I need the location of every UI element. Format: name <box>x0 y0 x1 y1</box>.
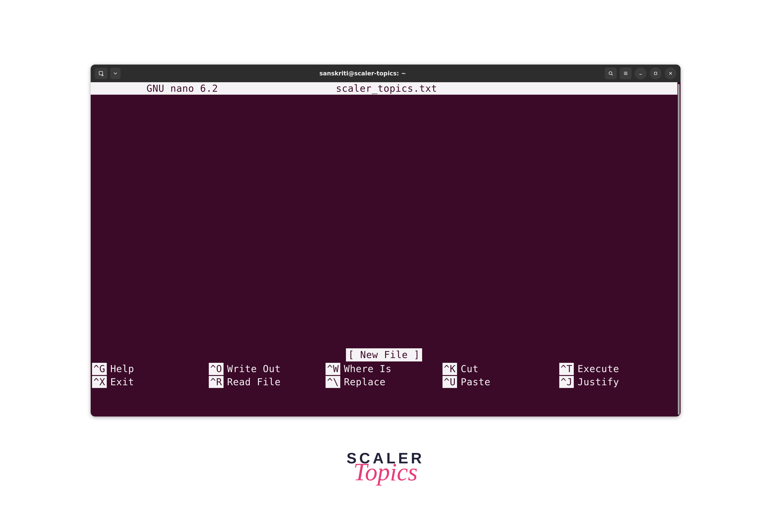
shortcut-help: ^G Help <box>92 363 209 375</box>
nano-edit-area[interactable] <box>91 95 677 348</box>
titlebar-right-group <box>605 67 677 79</box>
window-title: sanskriti@scaler-topics: ~ <box>124 70 602 77</box>
shortcut-key: ^G <box>92 363 107 375</box>
search-button[interactable] <box>605 67 617 79</box>
shortcut-label: Execute <box>577 363 619 375</box>
terminal-window: sanskriti@scaler-topics: ~ GNU nano 6.2 <box>91 65 681 416</box>
shortcut-key: ^J <box>559 376 574 388</box>
shortcut-key: ^O <box>209 363 224 375</box>
shortcut-label: Paste <box>461 376 490 388</box>
shortcut-cut: ^K Cut <box>442 363 559 375</box>
new-tab-icon <box>98 70 104 76</box>
maximize-button[interactable] <box>650 67 662 79</box>
shortcut-key: ^U <box>442 376 457 388</box>
svg-rect-9 <box>655 72 657 75</box>
scaler-topics-watermark: SCALER Topics <box>347 450 424 486</box>
close-button[interactable] <box>665 67 677 79</box>
shortcut-key: ^X <box>92 376 107 388</box>
shortcut-key: ^R <box>209 376 224 388</box>
shortcut-paste: ^U Paste <box>442 376 559 388</box>
chevron-down-icon <box>112 70 118 76</box>
shortcut-label: Read File <box>227 376 281 388</box>
close-icon <box>668 70 674 76</box>
shortcut-where-is: ^W Where Is <box>326 363 442 375</box>
minimize-button[interactable] <box>635 67 647 79</box>
minimize-icon <box>638 70 644 76</box>
shortcut-replace: ^\ Replace <box>326 376 442 388</box>
shortcut-write-out: ^O Write Out <box>209 363 326 375</box>
nano-header: GNU nano 6.2 scaler_topics.txt <box>91 82 677 95</box>
terminal-body[interactable]: GNU nano 6.2 scaler_topics.txt [ New Fil… <box>91 82 681 416</box>
titlebar: sanskriti@scaler-topics: ~ <box>91 65 681 82</box>
shortcut-label: Exit <box>110 376 134 388</box>
shortcut-key: ^T <box>559 363 574 375</box>
watermark-line2: Topics <box>347 458 424 486</box>
shortcut-label: Write Out <box>227 363 281 375</box>
shortcut-justify: ^J Justify <box>559 376 676 388</box>
shortcut-label: Where Is <box>344 363 392 375</box>
shortcut-key: ^K <box>442 363 457 375</box>
nano-shortcut-bar: ^G Help ^O Write Out ^W Where Is ^K Cut … <box>91 363 677 396</box>
nano-status-line-wrap: [ New File ] <box>91 348 677 361</box>
nano-app-label: GNU nano 6.2 <box>146 82 218 95</box>
svg-point-3 <box>609 72 612 75</box>
shortcut-key: ^W <box>326 363 340 375</box>
hamburger-icon <box>623 70 629 76</box>
svg-rect-0 <box>99 71 102 75</box>
shortcut-execute: ^T Execute <box>559 363 676 375</box>
shortcut-label: Replace <box>344 376 386 388</box>
menu-button[interactable] <box>620 67 632 79</box>
shortcut-label: Cut <box>461 363 478 375</box>
maximize-icon <box>653 70 659 76</box>
shortcut-key: ^\ <box>326 376 340 388</box>
search-icon <box>608 70 614 76</box>
shortcut-read-file: ^R Read File <box>209 376 326 388</box>
shortcut-label: Justify <box>577 376 619 388</box>
shortcut-label: Help <box>110 363 134 375</box>
terminal-scrollbar[interactable] <box>678 84 680 415</box>
nano-file-name: scaler_topics.txt <box>336 82 437 95</box>
svg-line-4 <box>612 74 613 75</box>
nano-status-line: [ New File ] <box>346 348 422 361</box>
shortcut-exit: ^X Exit <box>92 376 209 388</box>
